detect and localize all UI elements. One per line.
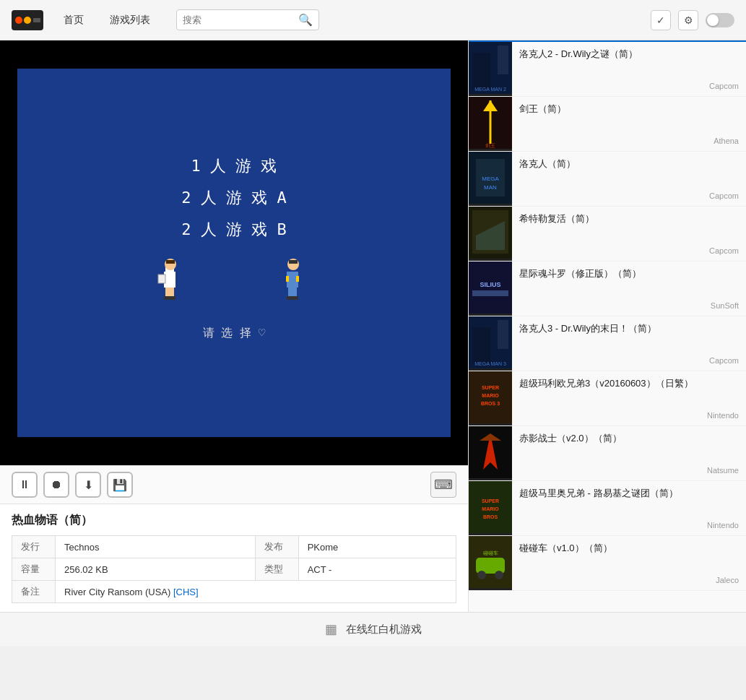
sidebar-game-title: 赤影战士（v2.0）（简） xyxy=(519,432,739,445)
sidebar-publisher: SunSoft xyxy=(519,301,739,310)
keyboard-button[interactable]: ⌨ xyxy=(430,472,456,498)
header-right: ✓ ⚙ xyxy=(651,10,734,30)
sidebar-thumb: MEGA MAN 2 xyxy=(469,42,512,96)
svg-point-2 xyxy=(24,17,31,24)
controls-left: ⏸ ⏺ ⬇ 💾 xyxy=(12,472,133,498)
sidebar-item[interactable]: MEGA MAN 2 洛克人2 - Dr.Wily之谜（简） Capcom xyxy=(469,42,746,97)
game-title: 热血物语（简） xyxy=(12,513,456,528)
svg-rect-13 xyxy=(164,296,170,300)
game-area: 1 人 游 戏 2 人 游 戏 A 2 人 游 戏 B xyxy=(0,40,468,612)
sidebar-publisher: Natsume xyxy=(519,466,739,475)
save-button[interactable]: 💾 xyxy=(107,472,133,498)
pause-icon: ⏸ xyxy=(19,478,30,491)
svg-text:SILIUS: SILIUS xyxy=(480,281,500,288)
sidebar-content: 赤影战士（v2.0）（简） Natsume xyxy=(512,426,746,480)
game-bottom-text: 请 选 择 ♡ xyxy=(203,326,266,341)
stop-icon: ⏺ xyxy=(51,478,62,491)
value-size: 256.02 KB xyxy=(56,558,256,581)
remark-link[interactable]: [CHS] xyxy=(173,587,199,597)
svg-rect-43 xyxy=(498,320,508,349)
sidebar-game-title: 洛克人3 - Dr.Wily的末日！（简） xyxy=(519,322,739,335)
header: 首页 游戏列表 🔍 ✓ ⚙ xyxy=(0,0,746,40)
svg-rect-14 xyxy=(170,296,175,300)
sidebar-game-title: 碰碰车（v1.0）（简） xyxy=(519,542,739,555)
sidebar-game-title: 星际魂斗罗（修正版）（简） xyxy=(519,267,739,280)
sidebar-publisher: Capcom xyxy=(519,191,739,200)
svg-point-57 xyxy=(477,571,486,579)
sidebar: MEGA MAN 2 洛克人2 - Dr.Wily之谜（简） Capcom 剑王… xyxy=(468,40,746,612)
search-input[interactable] xyxy=(183,14,298,25)
svg-text:MEGA: MEGA xyxy=(482,176,499,182)
svg-point-58 xyxy=(495,571,503,579)
svg-text:碰碰车: 碰碰车 xyxy=(482,550,498,556)
sidebar-game-title: 洛克人（简） xyxy=(519,157,739,170)
sidebar-content: 洛克人2 - Dr.Wily之谜（简） Capcom xyxy=(512,42,746,96)
svg-rect-21 xyxy=(288,288,292,298)
sidebar-thumb xyxy=(469,426,512,480)
stop-button[interactable]: ⏺ xyxy=(43,472,69,498)
table-row: 发行 Technos 发布 PKome xyxy=(12,536,456,558)
svg-rect-44 xyxy=(472,327,490,363)
sidebar-content: 碰碰车（v1.0）（简） Jaleco xyxy=(512,536,746,590)
sidebar-thumb: 碰碰车 xyxy=(469,536,512,590)
remark-text: River City Ransom (USA) xyxy=(64,587,173,597)
settings-button[interactable]: ⚙ xyxy=(678,10,698,30)
nav-games[interactable]: 游戏列表 xyxy=(104,11,156,30)
sidebar-thumb: 剑王 xyxy=(469,97,512,151)
sidebar-publisher: Jaleco xyxy=(519,576,739,584)
controls-bar: ⏸ ⏺ ⬇ 💾 ⌨ xyxy=(0,465,468,504)
search-box: 🔍 xyxy=(176,9,319,30)
main-content: 1 人 游 戏 2 人 游 戏 A 2 人 游 戏 B xyxy=(0,40,746,612)
search-icon[interactable]: 🔍 xyxy=(298,13,313,27)
game-menu-line3: 2 人 游 戏 B xyxy=(181,214,286,246)
download-button[interactable]: ⬇ xyxy=(75,472,101,498)
sidebar-item[interactable]: 碰碰车 碰碰车（v1.0）（简） Jaleco xyxy=(469,536,746,591)
sidebar-item[interactable]: SUPERMARIOBROS 超级马里奥兄弟 - 路易基之谜团（简） Ninte… xyxy=(469,481,746,536)
svg-rect-12 xyxy=(170,288,174,298)
value-remark: River City Ransom (USA) [CHS] xyxy=(56,581,456,603)
value-publisher: Technos xyxy=(56,536,256,558)
svg-rect-8 xyxy=(166,260,175,264)
svg-text:MEGA MAN 2: MEGA MAN 2 xyxy=(474,87,506,92)
sidebar-content: 剑王（简） Athena xyxy=(512,97,746,151)
sidebar-item[interactable]: 希特勒复活（简） Capcom xyxy=(469,207,746,262)
svg-text:SUPER: SUPER xyxy=(482,385,499,390)
sidebar-publisher: Capcom xyxy=(519,82,739,90)
value-release: PKome xyxy=(298,536,456,558)
pause-button[interactable]: ⏸ xyxy=(12,472,38,498)
svg-rect-22 xyxy=(292,288,297,298)
game-screen: 1 人 游 戏 2 人 游 戏 A 2 人 游 戏 B xyxy=(0,40,468,465)
sidebar-content: 洛克人（简） Capcom xyxy=(512,152,746,206)
sidebar-publisher: Capcom xyxy=(519,246,739,255)
footer-icon: ▦ xyxy=(325,621,337,637)
label-release: 发布 xyxy=(255,536,298,558)
sidebar-game-title: 洛克人2 - Dr.Wily之谜（简） xyxy=(519,48,739,61)
sidebar-item[interactable]: SILIUS 星际魂斗罗（修正版）（简） SunSoft xyxy=(469,262,746,316)
footer-text: 在线红白机游戏 xyxy=(346,623,422,636)
svg-rect-23 xyxy=(287,296,292,300)
svg-text:BROS: BROS xyxy=(483,514,498,519)
download-icon: ⬇ xyxy=(84,478,93,492)
footer: ▦ 在线红白机游戏 xyxy=(0,612,746,646)
sidebar-item[interactable]: MEGA MAN 3 洛克人3 - Dr.Wily的末日！（简） Capcom xyxy=(469,316,746,371)
checkmark-button[interactable]: ✓ xyxy=(651,10,671,30)
game-canvas: 1 人 游 戏 2 人 游 戏 A 2 人 游 戏 B xyxy=(17,69,451,437)
sidebar-item[interactable]: MEGAMAN 洛克人（简） Capcom xyxy=(469,152,746,207)
sidebar-thumb: MEGA MAN 3 xyxy=(469,316,512,371)
nav-home[interactable]: 首页 xyxy=(58,11,90,30)
svg-text:剑王: 剑王 xyxy=(485,143,495,148)
sidebar-item[interactable]: 剑王 剑王（简） Athena xyxy=(469,97,746,152)
sidebar-item[interactable]: SUPERMARIOBROS 3 超级玛利欧兄弟3（v20160603）（日繁）… xyxy=(469,371,746,426)
toggle-knob xyxy=(707,14,719,26)
save-icon: 💾 xyxy=(113,478,127,492)
sidebar-publisher: Nintendo xyxy=(519,411,739,420)
toggle-switch[interactable] xyxy=(706,13,734,27)
svg-rect-3 xyxy=(33,18,40,22)
sidebar-game-title: 超级马里奥兄弟 - 路易基之谜团（简） xyxy=(519,487,739,500)
sidebar-thumb: SILIUS xyxy=(469,262,512,316)
sprite-character2 xyxy=(277,257,313,311)
value-type: ACT - xyxy=(298,558,456,581)
table-row: 容量 256.02 KB 类型 ACT - xyxy=(12,558,456,581)
logo xyxy=(12,10,43,30)
sidebar-item[interactable]: 赤影战士（v2.0）（简） Natsume xyxy=(469,426,746,481)
